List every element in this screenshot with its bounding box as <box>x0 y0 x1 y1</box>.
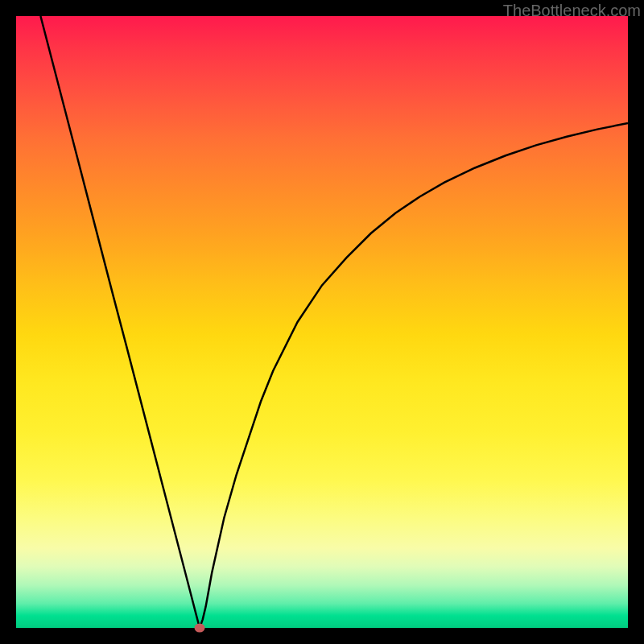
curve-svg <box>16 16 628 628</box>
watermark-text: TheBottleneck.com <box>503 2 641 20</box>
chart-container: TheBottleneck.com <box>0 0 644 644</box>
plot-area <box>16 16 628 628</box>
bottleneck-curve <box>40 16 628 628</box>
minimum-marker <box>195 624 205 633</box>
